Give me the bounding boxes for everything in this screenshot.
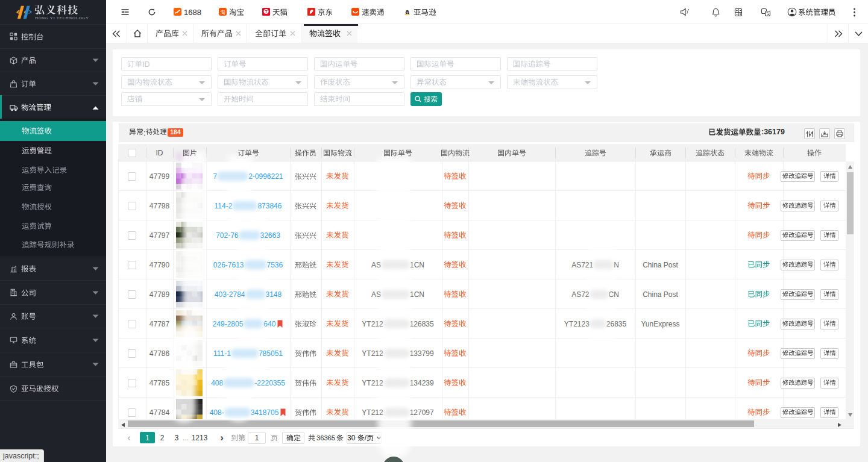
- svg-text:a: a: [405, 8, 409, 15]
- svg-text:T: T: [265, 9, 268, 14]
